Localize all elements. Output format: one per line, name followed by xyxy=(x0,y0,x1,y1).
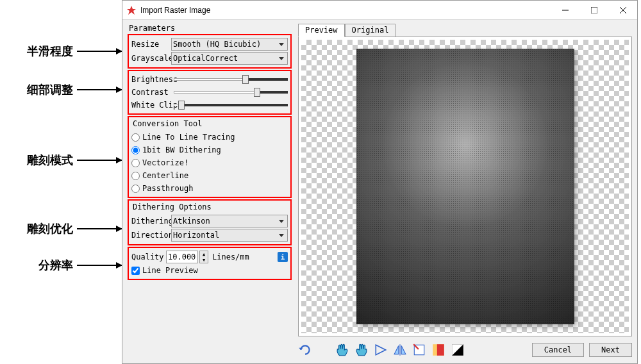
crop-icon[interactable] xyxy=(412,343,426,357)
radio-centerline[interactable]: Centerline xyxy=(131,169,288,182)
preview-image xyxy=(356,49,574,324)
maximize-button[interactable] xyxy=(579,1,608,19)
arrow-icon xyxy=(77,228,122,229)
arrow-icon xyxy=(77,51,122,52)
grayscale-select[interactable]: OpticalCorrect xyxy=(171,52,288,65)
line-preview-checkbox[interactable]: Line Preview xyxy=(131,264,288,277)
svg-line-3 xyxy=(620,7,626,13)
parameters-heading: Parameters xyxy=(128,24,292,33)
quality-group: Quality ▲▼ Lines/mm i Line Preview xyxy=(128,247,292,280)
dialog-window: Import Raster Image Parameters Resize Sm… xyxy=(122,0,638,364)
conversion-heading: Conversion Tool xyxy=(131,119,288,128)
direction-label: Direction xyxy=(131,231,170,240)
annotation-smooth: 半滑程度 xyxy=(27,44,73,59)
dithering-options-heading: Dithering Options xyxy=(131,203,288,211)
tab-preview[interactable]: Preview xyxy=(298,24,345,37)
radio-1bit-dithering[interactable]: 1bit BW Dithering xyxy=(131,144,288,156)
info-icon[interactable]: i xyxy=(278,252,288,262)
dithering-select[interactable]: Atkinson xyxy=(171,215,288,228)
arrow-icon xyxy=(77,89,122,90)
radio-line-tracing[interactable]: Line To Line Tracing xyxy=(131,131,288,144)
flip-horizontal-icon[interactable] xyxy=(393,343,407,357)
adjust-group: Brightness Contrast White Clip xyxy=(128,70,292,115)
chevron-down-icon: ▼ xyxy=(200,257,208,263)
next-button[interactable]: Next xyxy=(589,343,632,357)
dithering-options-group: Dithering Options Dithering Atkinson Dir… xyxy=(128,199,292,245)
whiteclip-label: White Clip xyxy=(131,101,172,110)
app-icon xyxy=(126,5,137,15)
arrow-icon xyxy=(77,160,122,161)
svg-rect-1 xyxy=(591,7,597,13)
titlebar: Import Raster Image xyxy=(122,1,637,20)
annotation-resolution: 分辨率 xyxy=(38,258,73,273)
grayscale-label: Grayscale xyxy=(131,54,170,63)
arrow-icon xyxy=(77,265,122,266)
preview-canvas[interactable] xyxy=(298,37,632,336)
radio-vectorize[interactable]: Vectorize! xyxy=(131,156,288,169)
quality-label: Quality xyxy=(131,252,165,261)
rotate-right-icon[interactable] xyxy=(374,343,388,357)
close-button[interactable] xyxy=(608,1,637,19)
contrast-label: Contrast xyxy=(131,88,172,97)
quality-input[interactable] xyxy=(166,251,198,263)
direction-select[interactable]: Horizontal xyxy=(171,229,288,242)
minimize-button[interactable] xyxy=(551,1,579,19)
invert-icon[interactable] xyxy=(451,343,465,357)
resize-group: Resize Smooth (HQ Bicubic) Grayscale Opt… xyxy=(128,34,292,69)
undo-icon[interactable] xyxy=(298,343,312,357)
contrast-slider[interactable] xyxy=(174,89,288,95)
annotation-mode: 雕刻模式 xyxy=(27,153,73,168)
resize-select[interactable]: Smooth (HQ Bicubic) xyxy=(171,38,288,51)
svg-line-2 xyxy=(620,7,626,13)
brightness-label: Brightness xyxy=(131,75,172,84)
adjust-icon[interactable] xyxy=(431,343,445,357)
radio-passthrough[interactable]: Passthrough xyxy=(131,182,288,195)
window-title: Import Raster Image xyxy=(140,6,551,15)
annotation-detail: 细部调整 xyxy=(27,82,73,97)
annotation-optimize: 雕刻优化 xyxy=(27,221,73,236)
whiteclip-slider[interactable] xyxy=(174,102,288,108)
conversion-group: Conversion Tool Line To Line Tracing 1bi… xyxy=(128,116,292,198)
quality-unit: Lines/mm xyxy=(212,252,249,261)
hand-right-icon[interactable] xyxy=(354,343,369,357)
tab-original[interactable]: Original xyxy=(345,24,396,37)
hand-left-icon[interactable] xyxy=(335,343,349,357)
quality-stepper[interactable]: ▲▼ xyxy=(199,251,208,263)
dithering-label: Dithering xyxy=(131,217,170,226)
svg-rect-6 xyxy=(437,344,444,356)
resize-label: Resize xyxy=(131,40,170,49)
chevron-up-icon: ▲ xyxy=(200,251,208,257)
brightness-slider[interactable] xyxy=(174,76,288,83)
cancel-button[interactable]: Cancel xyxy=(532,343,584,357)
